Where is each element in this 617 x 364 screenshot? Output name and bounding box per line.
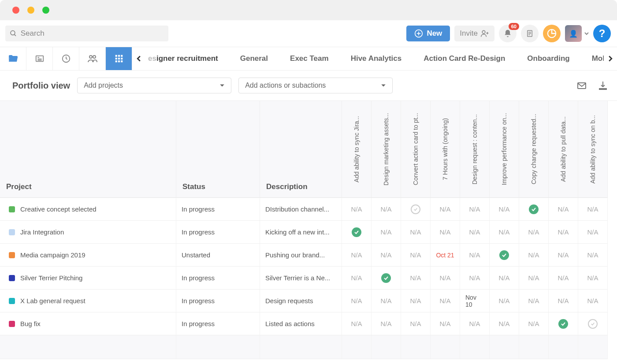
nav-tab[interactable]: Onboarding [527,54,569,63]
download-icon[interactable] [598,80,608,91]
status-cell[interactable]: In progress [176,221,260,244]
mail-icon[interactable] [576,80,587,91]
grid-cell[interactable]: N/A [519,221,549,244]
grid-cell[interactable]: N/A [401,244,431,267]
grid-cell[interactable]: N/A [549,198,578,221]
grid-cell[interactable]: N/A [342,312,372,335]
grid-cell[interactable]: N/A [578,244,608,267]
grid-cell[interactable]: N/A [372,290,401,312]
grid-cell[interactable]: Nov 10 [460,290,490,312]
grid-cell[interactable]: N/A [549,267,578,290]
search-input[interactable] [21,29,164,38]
project-cell[interactable]: Jira Integration [0,221,176,244]
nav-tab[interactable]: Exec Team [290,54,329,63]
grid-cell[interactable]: N/A [372,221,401,244]
description-cell[interactable]: Kicking off a new int... [260,221,342,244]
grid-cell[interactable]: N/A [490,312,519,335]
nav-tile-recent[interactable] [53,47,79,71]
nav-tab[interactable]: esigner recruitment [148,54,218,63]
description-cell[interactable]: DIstribution channel... [260,198,342,221]
grid-cell[interactable] [490,244,519,267]
column-header-ext[interactable]: Design marketing assets... [372,101,401,198]
grid-cell[interactable]: N/A [431,267,460,290]
grid-cell[interactable]: N/A [460,267,490,290]
grid-cell[interactable]: N/A [401,267,431,290]
description-cell[interactable]: Design requests [260,290,342,312]
notifications-button[interactable]: 60 [499,25,517,42]
add-actions-dropdown[interactable]: Add actions or subactions [238,78,393,93]
nav-tab[interactable]: Hive Analytics [351,54,402,63]
grid-cell[interactable]: N/A [519,244,549,267]
grid-cell[interactable]: N/A [549,221,578,244]
column-header-ext[interactable]: Convert action card to pt... [401,101,431,198]
nav-tile-news[interactable] [26,47,53,71]
status-cell[interactable]: Unstarted [176,244,260,267]
column-header-ext[interactable]: Add ability to sync Jira... [342,101,372,198]
help-button[interactable]: ? [593,25,611,42]
grid-cell[interactable]: N/A [401,221,431,244]
user-menu[interactable]: 👤 [565,25,589,42]
grid-cell[interactable]: N/A [578,290,608,312]
grid-cell[interactable]: N/A [342,244,372,267]
description-cell[interactable]: Listed as actions [260,312,342,335]
project-cell[interactable]: X Lab general request [0,290,176,312]
notes-button[interactable] [521,25,539,42]
new-button[interactable]: New [406,26,450,41]
grid-cell[interactable]: N/A [431,312,460,335]
status-cell[interactable]: In progress [176,312,260,335]
grid-cell[interactable]: N/A [578,221,608,244]
analytics-button[interactable] [543,25,561,42]
grid-cell[interactable]: Oct 21 [431,244,460,267]
grid-cell[interactable]: N/A [578,267,608,290]
grid-cell[interactable]: N/A [342,267,372,290]
project-cell[interactable]: Media campaign 2019 [0,244,176,267]
grid-cell[interactable] [372,267,401,290]
grid-cell[interactable]: N/A [490,290,519,312]
grid-cell[interactable]: N/A [549,244,578,267]
nav-tab[interactable]: Action Card Re-Design [424,54,505,63]
grid-cell[interactable]: N/A [519,267,549,290]
nav-tab[interactable]: Mob [592,54,604,63]
grid-cell[interactable]: N/A [490,267,519,290]
grid-cell[interactable]: N/A [519,290,549,312]
grid-cell[interactable] [549,312,578,335]
nav-tile-people[interactable] [79,47,106,71]
nav-scroll-left[interactable] [132,56,145,62]
grid-cell[interactable]: N/A [460,198,490,221]
window-close-traffic-light[interactable] [12,7,19,14]
status-cell[interactable]: In progress [176,290,260,312]
column-header-ext[interactable]: Add ability to pull data... [549,101,578,198]
grid-cell[interactable]: N/A [431,198,460,221]
grid-cell[interactable]: N/A [372,198,401,221]
grid-cell[interactable]: N/A [372,312,401,335]
nav-tile-folder[interactable] [0,47,26,71]
grid-cell[interactable]: N/A [372,244,401,267]
grid-cell[interactable]: N/A [578,198,608,221]
grid-cell[interactable]: N/A [460,312,490,335]
column-header-ext[interactable]: Design request : conten... [460,101,490,198]
nav-scroll-right[interactable] [604,56,617,62]
window-maximize-traffic-light[interactable] [42,7,49,14]
project-cell[interactable]: Silver Terrier Pitching [0,267,176,290]
grid-cell[interactable]: N/A [549,290,578,312]
grid-cell[interactable]: N/A [342,290,372,312]
project-cell[interactable]: Creative concept selected [0,198,176,221]
search-box[interactable] [5,26,168,41]
grid-cell[interactable]: N/A [431,290,460,312]
grid-cell[interactable]: N/A [401,290,431,312]
grid-cell[interactable]: N/A [401,312,431,335]
description-cell[interactable]: Pushing our brand... [260,244,342,267]
grid-cell[interactable] [519,198,549,221]
grid-cell[interactable] [342,221,372,244]
nav-tile-grid[interactable] [106,47,132,71]
status-cell[interactable]: In progress [176,198,260,221]
grid-cell[interactable]: N/A [431,221,460,244]
nav-tab[interactable]: General [240,54,268,63]
window-minimize-traffic-light[interactable] [27,7,34,14]
column-header-ext[interactable]: Copy change requested... [519,101,549,198]
grid-cell[interactable]: N/A [460,244,490,267]
project-cell[interactable]: Bug fix [0,312,176,335]
grid-cell[interactable] [401,198,431,221]
column-header-ext[interactable]: 7 Hours with (ongoing) [431,101,460,198]
grid-cell[interactable]: N/A [490,198,519,221]
